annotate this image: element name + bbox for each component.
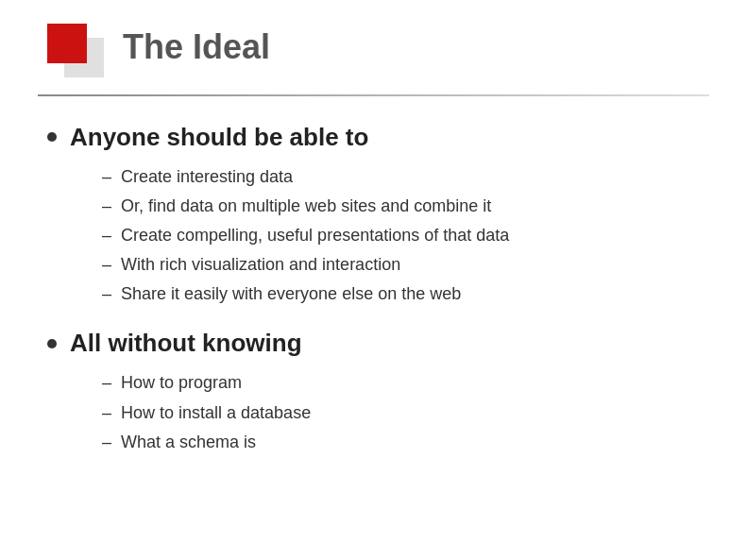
- main-bullet-2: All without knowing: [47, 329, 709, 358]
- slide-title: The Ideal: [123, 28, 270, 66]
- sub-bullet-1-2: – Or, find data on multiple web sites an…: [102, 195, 709, 218]
- bullet-dot-1: [47, 132, 57, 142]
- main-bullet-1: Anyone should be able to: [47, 123, 709, 152]
- sub-bullet-1-4: – With rich visualization and interactio…: [102, 253, 709, 277]
- bullet-section-1: Anyone should be able to – Create intere…: [47, 123, 709, 307]
- dash-icon: –: [102, 195, 111, 218]
- main-bullet-text-2: All without knowing: [70, 329, 302, 358]
- bullet-dot-2: [47, 339, 57, 348]
- sub-bullet-2-3: – What a schema is: [102, 431, 709, 454]
- sub-bullet-text-2-3: What a schema is: [121, 431, 256, 454]
- dash-icon: –: [102, 371, 111, 395]
- dash-icon: –: [102, 282, 111, 306]
- dash-icon: –: [102, 224, 111, 247]
- dash-icon: –: [102, 165, 111, 189]
- sub-bullet-text-2-1: How to program: [121, 371, 242, 395]
- sub-bullet-1-3: – Create compelling, useful presentation…: [102, 224, 709, 247]
- sub-bullet-text-1-4: With rich visualization and interaction: [121, 253, 400, 277]
- sub-bullet-text-1-5: Share it easily with everyone else on th…: [121, 282, 461, 306]
- dash-icon: –: [102, 253, 111, 277]
- sub-bullet-text-1-2: Or, find data on multiple web sites and …: [121, 195, 491, 218]
- sub-bullet-1-5: – Share it easily with everyone else on …: [102, 282, 709, 306]
- sub-bullets-1: – Create interesting data – Or, find dat…: [47, 165, 709, 307]
- slide-container: The Ideal Anyone should be able to – Cre…: [0, 0, 747, 560]
- content-area: Anyone should be able to – Create intere…: [38, 123, 709, 455]
- header-divider: [38, 94, 709, 96]
- header: The Ideal: [38, 19, 709, 85]
- logo-square-red: [47, 24, 87, 63]
- dash-icon: –: [102, 431, 111, 454]
- sub-bullet-text-1-3: Create compelling, useful presentations …: [121, 224, 509, 247]
- logo-graphic: [38, 19, 113, 85]
- sub-bullet-1-1: – Create interesting data: [102, 165, 709, 189]
- sub-bullet-text-2-2: How to install a database: [121, 401, 311, 425]
- dash-icon: –: [102, 401, 111, 425]
- title-area: The Ideal: [113, 19, 270, 66]
- bullet-section-2: All without knowing – How to program – H…: [47, 329, 709, 454]
- sub-bullets-2: – How to program – How to install a data…: [47, 371, 709, 454]
- main-bullet-text-1: Anyone should be able to: [70, 123, 368, 152]
- sub-bullet-text-1-1: Create interesting data: [121, 165, 293, 189]
- sub-bullet-2-2: – How to install a database: [102, 401, 709, 425]
- sub-bullet-2-1: – How to program: [102, 371, 709, 395]
